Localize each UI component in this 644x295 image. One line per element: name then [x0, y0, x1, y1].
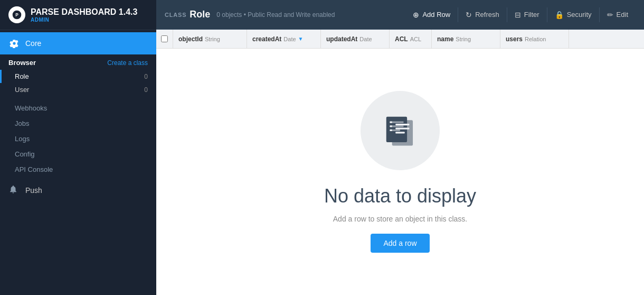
class-name-user: User	[15, 86, 29, 94]
col-type-updatedat: Date	[359, 36, 372, 42]
push-icon	[8, 185, 20, 196]
edit-label: Edit	[617, 11, 628, 19]
add-row-label: Add Row	[422, 11, 450, 19]
col-type-name: String	[456, 36, 471, 42]
edit-button[interactable]: ✏ Edit	[599, 7, 636, 22]
browser-header: Browser Create a class	[0, 54, 156, 70]
empty-state: No data to display Add a row to store an…	[156, 49, 644, 295]
sidebar-link-jobs[interactable]: Jobs	[0, 116, 156, 131]
main-content: CLASS Role 0 objects • Public Read and W…	[156, 0, 644, 295]
add-icon: ⊕	[413, 11, 419, 19]
browser-section: Browser Create a class Role 0 User 0	[0, 54, 156, 100]
column-headers: objectId String createdAt Date ▼ updated…	[156, 30, 644, 49]
push-label: Push	[25, 186, 42, 195]
class-list: Role 0 User 0	[0, 70, 156, 96]
edit-icon: ✏	[607, 11, 613, 19]
col-header-createdat[interactable]: createdAt Date ▼	[247, 30, 321, 48]
topbar: CLASS Role 0 objects • Public Read and W…	[156, 0, 644, 30]
col-name-updatedat: updatedAt	[326, 35, 357, 43]
refresh-button[interactable]: ↻ Refresh	[458, 7, 507, 22]
select-all-checkbox[interactable]	[161, 35, 168, 42]
svg-rect-9	[395, 128, 409, 130]
core-section: Core Browser Create a class Role 0 User …	[0, 32, 156, 177]
col-checkbox[interactable]	[156, 30, 173, 48]
security-button[interactable]: 🔒 Security	[547, 7, 599, 22]
sidebar-link-webhooks[interactable]: Webhooks	[0, 100, 156, 116]
add-row-button[interactable]: ⊕ Add Row	[405, 7, 458, 22]
core-label: Core	[25, 39, 41, 48]
col-header-name[interactable]: name String	[432, 30, 500, 48]
class-name-role: Role	[15, 72, 29, 80]
class-item-role[interactable]: Role 0	[0, 70, 156, 83]
sidebar-link-logs[interactable]: Logs	[0, 131, 156, 146]
lock-icon: 🔒	[555, 11, 564, 19]
refresh-label: Refresh	[475, 11, 499, 19]
col-header-updatedat[interactable]: updatedAt Date	[321, 30, 390, 48]
create-class-button[interactable]: Create a class	[107, 59, 148, 67]
security-label: Security	[567, 11, 592, 19]
topbar-actions: ⊕ Add Row ↻ Refresh ⊟ Filter 🔒 Security …	[405, 7, 636, 22]
sidebar-link-config[interactable]: Config	[0, 146, 156, 162]
svg-rect-10	[395, 132, 405, 133]
app-info: PARSE DASHBOARD 1.4.3 ADMIN	[31, 7, 137, 23]
col-name-users: users	[506, 35, 523, 43]
filter-icon: ⊟	[515, 11, 521, 19]
refresh-icon: ↻	[466, 11, 472, 19]
sidebar-item-core[interactable]: Core	[0, 32, 156, 54]
filter-label: Filter	[524, 11, 539, 19]
sidebar-item-push[interactable]: Push	[0, 179, 156, 201]
class-count-role: 0	[144, 73, 148, 80]
col-header-acl[interactable]: ACL ACL	[390, 30, 432, 48]
admin-label: ADMIN	[31, 17, 137, 23]
sidebar-link-api-console[interactable]: API Console	[0, 162, 156, 177]
filter-button[interactable]: ⊟ Filter	[507, 7, 547, 22]
col-type-users: Relation	[525, 36, 546, 42]
class-prefix: CLASS	[165, 12, 186, 18]
add-row-cta-button[interactable]: Add a row	[371, 234, 429, 253]
class-item-user[interactable]: User 0	[0, 83, 156, 96]
gear-icon	[8, 38, 20, 49]
col-type-objectid: String	[205, 36, 220, 42]
empty-subtitle: Add a row to store an object in this cla…	[333, 215, 467, 223]
sidebar: P PARSE DASHBOARD 1.4.3 ADMIN Core	[0, 0, 156, 295]
class-meta: 0 objects • Public Read and Write enable…	[216, 11, 405, 19]
col-header-users[interactable]: users Relation	[500, 30, 569, 48]
sort-icon-createdat: ▼	[298, 36, 304, 42]
col-header-objectid[interactable]: objectId String	[173, 30, 247, 48]
app-logo: P	[8, 6, 25, 23]
class-name-title: Role	[190, 9, 210, 20]
svg-rect-8	[395, 124, 409, 125]
col-name-acl: ACL	[395, 35, 408, 43]
sidebar-header: P PARSE DASHBOARD 1.4.3 ADMIN	[0, 0, 156, 30]
empty-icon-circle	[361, 91, 440, 170]
col-type-acl: ACL	[410, 36, 421, 42]
empty-title: No data to display	[324, 185, 476, 207]
browser-label: Browser	[8, 59, 36, 67]
app-title: PARSE DASHBOARD 1.4.3	[31, 7, 137, 17]
class-count-user: 0	[144, 86, 148, 94]
svg-text:P: P	[15, 12, 18, 17]
sidebar-nav: Core Browser Create a class Role 0 User …	[0, 30, 156, 295]
col-type-createdat: Date	[283, 36, 296, 42]
col-name-objectid: objectId	[178, 35, 203, 43]
col-name-createdat: createdAt	[252, 35, 281, 43]
col-name-name: name	[437, 35, 453, 43]
